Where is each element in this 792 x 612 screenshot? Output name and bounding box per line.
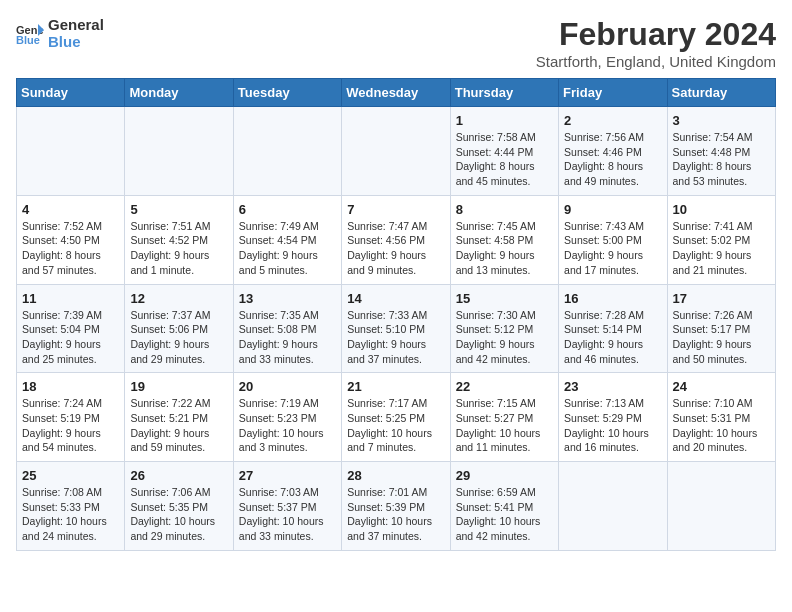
day-header-wednesday: Wednesday [342, 79, 450, 107]
logo: General Blue General Blue [16, 16, 104, 51]
cell-content: Sunrise: 7:08 AM Sunset: 5:33 PM Dayligh… [22, 485, 119, 544]
day-number: 18 [22, 379, 119, 394]
cell-content: Sunrise: 7:49 AM Sunset: 4:54 PM Dayligh… [239, 219, 336, 278]
calendar-cell: 17Sunrise: 7:26 AM Sunset: 5:17 PM Dayli… [667, 284, 775, 373]
day-number: 11 [22, 291, 119, 306]
calendar-cell: 19Sunrise: 7:22 AM Sunset: 5:21 PM Dayli… [125, 373, 233, 462]
calendar-cell: 1Sunrise: 7:58 AM Sunset: 4:44 PM Daylig… [450, 107, 558, 196]
day-number: 26 [130, 468, 227, 483]
day-header-saturday: Saturday [667, 79, 775, 107]
calendar-cell: 3Sunrise: 7:54 AM Sunset: 4:48 PM Daylig… [667, 107, 775, 196]
calendar-cell: 24Sunrise: 7:10 AM Sunset: 5:31 PM Dayli… [667, 373, 775, 462]
cell-content: Sunrise: 7:39 AM Sunset: 5:04 PM Dayligh… [22, 308, 119, 367]
location: Startforth, England, United Kingdom [536, 53, 776, 70]
calendar-cell: 7Sunrise: 7:47 AM Sunset: 4:56 PM Daylig… [342, 195, 450, 284]
calendar-cell: 18Sunrise: 7:24 AM Sunset: 5:19 PM Dayli… [17, 373, 125, 462]
calendar-cell [559, 462, 667, 551]
calendar-cell: 8Sunrise: 7:45 AM Sunset: 4:58 PM Daylig… [450, 195, 558, 284]
cell-content: Sunrise: 7:10 AM Sunset: 5:31 PM Dayligh… [673, 396, 770, 455]
calendar-cell [125, 107, 233, 196]
cell-content: Sunrise: 7:13 AM Sunset: 5:29 PM Dayligh… [564, 396, 661, 455]
calendar-cell: 15Sunrise: 7:30 AM Sunset: 5:12 PM Dayli… [450, 284, 558, 373]
cell-content: Sunrise: 7:37 AM Sunset: 5:06 PM Dayligh… [130, 308, 227, 367]
calendar-cell [233, 107, 341, 196]
cell-content: Sunrise: 7:19 AM Sunset: 5:23 PM Dayligh… [239, 396, 336, 455]
cell-content: Sunrise: 7:28 AM Sunset: 5:14 PM Dayligh… [564, 308, 661, 367]
day-number: 13 [239, 291, 336, 306]
calendar-cell: 14Sunrise: 7:33 AM Sunset: 5:10 PM Dayli… [342, 284, 450, 373]
day-number: 2 [564, 113, 661, 128]
day-header-tuesday: Tuesday [233, 79, 341, 107]
calendar-cell: 2Sunrise: 7:56 AM Sunset: 4:46 PM Daylig… [559, 107, 667, 196]
calendar-body: 1Sunrise: 7:58 AM Sunset: 4:44 PM Daylig… [17, 107, 776, 551]
logo-line1: General [48, 16, 104, 33]
calendar-cell: 20Sunrise: 7:19 AM Sunset: 5:23 PM Dayli… [233, 373, 341, 462]
calendar-cell: 21Sunrise: 7:17 AM Sunset: 5:25 PM Dayli… [342, 373, 450, 462]
cell-content: Sunrise: 7:43 AM Sunset: 5:00 PM Dayligh… [564, 219, 661, 278]
day-number: 28 [347, 468, 444, 483]
cell-content: Sunrise: 7:47 AM Sunset: 4:56 PM Dayligh… [347, 219, 444, 278]
calendar-week-row: 1Sunrise: 7:58 AM Sunset: 4:44 PM Daylig… [17, 107, 776, 196]
calendar-cell: 5Sunrise: 7:51 AM Sunset: 4:52 PM Daylig… [125, 195, 233, 284]
day-number: 25 [22, 468, 119, 483]
cell-content: Sunrise: 6:59 AM Sunset: 5:41 PM Dayligh… [456, 485, 553, 544]
day-number: 7 [347, 202, 444, 217]
cell-content: Sunrise: 7:54 AM Sunset: 4:48 PM Dayligh… [673, 130, 770, 189]
calendar-cell: 12Sunrise: 7:37 AM Sunset: 5:06 PM Dayli… [125, 284, 233, 373]
cell-content: Sunrise: 7:52 AM Sunset: 4:50 PM Dayligh… [22, 219, 119, 278]
svg-text:Blue: Blue [16, 34, 40, 44]
calendar-cell: 13Sunrise: 7:35 AM Sunset: 5:08 PM Dayli… [233, 284, 341, 373]
day-number: 8 [456, 202, 553, 217]
calendar-cell: 29Sunrise: 6:59 AM Sunset: 5:41 PM Dayli… [450, 462, 558, 551]
day-header-thursday: Thursday [450, 79, 558, 107]
month-year: February 2024 [536, 16, 776, 53]
day-number: 27 [239, 468, 336, 483]
day-number: 1 [456, 113, 553, 128]
cell-content: Sunrise: 7:33 AM Sunset: 5:10 PM Dayligh… [347, 308, 444, 367]
cell-content: Sunrise: 7:45 AM Sunset: 4:58 PM Dayligh… [456, 219, 553, 278]
day-header-sunday: Sunday [17, 79, 125, 107]
calendar-week-row: 11Sunrise: 7:39 AM Sunset: 5:04 PM Dayli… [17, 284, 776, 373]
calendar-cell: 28Sunrise: 7:01 AM Sunset: 5:39 PM Dayli… [342, 462, 450, 551]
day-of-week-header-row: SundayMondayTuesdayWednesdayThursdayFrid… [17, 79, 776, 107]
calendar-cell [342, 107, 450, 196]
calendar-cell: 25Sunrise: 7:08 AM Sunset: 5:33 PM Dayli… [17, 462, 125, 551]
calendar-week-row: 18Sunrise: 7:24 AM Sunset: 5:19 PM Dayli… [17, 373, 776, 462]
calendar-cell: 4Sunrise: 7:52 AM Sunset: 4:50 PM Daylig… [17, 195, 125, 284]
calendar-cell: 10Sunrise: 7:41 AM Sunset: 5:02 PM Dayli… [667, 195, 775, 284]
calendar-cell [17, 107, 125, 196]
calendar-week-row: 4Sunrise: 7:52 AM Sunset: 4:50 PM Daylig… [17, 195, 776, 284]
day-header-monday: Monday [125, 79, 233, 107]
calendar-cell [667, 462, 775, 551]
cell-content: Sunrise: 7:26 AM Sunset: 5:17 PM Dayligh… [673, 308, 770, 367]
calendar-cell: 26Sunrise: 7:06 AM Sunset: 5:35 PM Dayli… [125, 462, 233, 551]
cell-content: Sunrise: 7:51 AM Sunset: 4:52 PM Dayligh… [130, 219, 227, 278]
cell-content: Sunrise: 7:30 AM Sunset: 5:12 PM Dayligh… [456, 308, 553, 367]
calendar-cell: 23Sunrise: 7:13 AM Sunset: 5:29 PM Dayli… [559, 373, 667, 462]
day-number: 19 [130, 379, 227, 394]
cell-content: Sunrise: 7:41 AM Sunset: 5:02 PM Dayligh… [673, 219, 770, 278]
calendar-cell: 22Sunrise: 7:15 AM Sunset: 5:27 PM Dayli… [450, 373, 558, 462]
day-number: 5 [130, 202, 227, 217]
day-header-friday: Friday [559, 79, 667, 107]
day-number: 23 [564, 379, 661, 394]
day-number: 20 [239, 379, 336, 394]
cell-content: Sunrise: 7:58 AM Sunset: 4:44 PM Dayligh… [456, 130, 553, 189]
cell-content: Sunrise: 7:56 AM Sunset: 4:46 PM Dayligh… [564, 130, 661, 189]
day-number: 17 [673, 291, 770, 306]
logo-icon: General Blue [16, 22, 44, 44]
header: General Blue General Blue February 2024 … [16, 16, 776, 70]
day-number: 29 [456, 468, 553, 483]
day-number: 9 [564, 202, 661, 217]
calendar-cell: 11Sunrise: 7:39 AM Sunset: 5:04 PM Dayli… [17, 284, 125, 373]
cell-content: Sunrise: 7:24 AM Sunset: 5:19 PM Dayligh… [22, 396, 119, 455]
day-number: 6 [239, 202, 336, 217]
calendar-table: SundayMondayTuesdayWednesdayThursdayFrid… [16, 78, 776, 551]
cell-content: Sunrise: 7:15 AM Sunset: 5:27 PM Dayligh… [456, 396, 553, 455]
day-number: 15 [456, 291, 553, 306]
day-number: 3 [673, 113, 770, 128]
day-number: 24 [673, 379, 770, 394]
day-number: 4 [22, 202, 119, 217]
calendar-week-row: 25Sunrise: 7:08 AM Sunset: 5:33 PM Dayli… [17, 462, 776, 551]
cell-content: Sunrise: 7:01 AM Sunset: 5:39 PM Dayligh… [347, 485, 444, 544]
